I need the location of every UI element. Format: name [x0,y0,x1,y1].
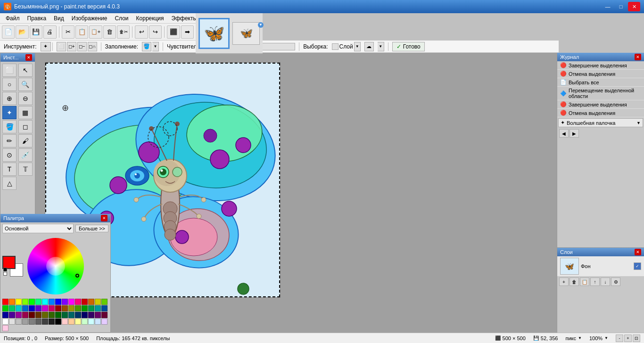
journal-item-4[interactable]: 🔴 Завершение выделения [557,100,644,109]
layer-add-btn[interactable]: + [559,278,569,286]
ready-button[interactable]: ✓ Готово [392,42,425,51]
color-cell[interactable] [35,318,41,325]
zoom-out-status-btn[interactable]: - [616,335,623,342]
color-cell[interactable] [16,299,22,305]
color-cell[interactable] [55,299,61,305]
layer-item-0[interactable]: 🦋 Фон ✓ [557,256,644,277]
paste-button[interactable]: 📋+ [89,25,102,39]
tool-text[interactable]: T [2,163,17,176]
color-cell[interactable] [9,299,15,305]
color-cell[interactable] [29,305,35,311]
color-cell[interactable] [35,305,41,311]
color-cell[interactable] [2,318,8,325]
new-button[interactable]: 📄 [2,25,15,39]
tool-zoom-in[interactable]: ⊕ [2,92,17,105]
tool-zoom-pan[interactable]: 🔍 [18,78,33,91]
extra-icon[interactable]: ☁ [364,42,374,51]
fill-icon[interactable]: 🪣 [142,42,151,51]
tool-text2[interactable]: 𝕋 [18,163,33,176]
menu-view[interactable]: Вид [50,13,68,24]
journal-item-3[interactable]: 🔷 Перемещение выделенной области [557,87,644,100]
color-front[interactable] [2,256,16,269]
color-wheel[interactable] [27,238,84,294]
minimize-button[interactable]: — [602,2,614,11]
journal-item-2[interactable]: 📄 Выбрать все [557,78,644,87]
copy-button[interactable]: 📋 [75,25,88,39]
color-cell[interactable] [82,299,88,305]
delete2-button[interactable]: 🗑✂ [117,25,130,39]
color-cell[interactable] [49,299,55,305]
journal-dropdown[interactable]: ✦ Волшебная палочка ▼ [558,118,643,127]
color-cell[interactable] [55,305,61,311]
tool-magic-wand[interactable]: ✦ [2,106,17,119]
color-cell[interactable] [16,318,22,325]
journal-item-0[interactable]: 🔴 Завершение выделения [557,61,644,70]
tool-zoom-out[interactable]: ⊖ [18,92,33,105]
tool-eyedropper[interactable]: 💉 [18,148,33,162]
color-cell[interactable] [22,318,28,325]
color-cell[interactable] [29,318,35,325]
redo-button[interactable]: ▶ [570,129,579,138]
color-cell[interactable] [88,318,94,325]
color-cell[interactable] [29,299,35,305]
menu-edit[interactable]: Правка [24,13,50,24]
color-cell[interactable] [42,305,48,311]
color-cell[interactable] [9,305,15,311]
color-cell[interactable] [101,312,107,318]
layers-close[interactable]: ✕ [635,249,641,255]
layer-down-btn[interactable]: ↓ [601,278,610,286]
color-cell[interactable] [82,312,88,318]
open-button[interactable]: 📂 [16,25,28,39]
tool-selection-rect[interactable]: ▦ [18,106,33,119]
color-cell[interactable] [82,318,88,325]
palette-close[interactable]: ✕ [101,215,107,221]
color-cell[interactable] [68,299,74,305]
zoom-dropdown[interactable]: ▼ [604,336,608,340]
unit-dropdown[interactable]: ▼ [578,336,582,340]
color-cell[interactable] [95,299,101,305]
color-cell[interactable] [2,312,8,318]
color-cell[interactable] [75,305,81,311]
color-cell[interactable] [29,312,35,318]
tool-eraser[interactable]: ◻ [18,120,33,133]
color-cell[interactable] [35,299,41,305]
delete-button[interactable]: 🗑 [103,25,116,39]
fit-status-btn[interactable]: ⊡ [633,335,640,342]
color-cell[interactable] [42,312,48,318]
color-cell[interactable] [9,312,15,318]
status-nav-buttons[interactable]: - + ⊡ [616,335,640,342]
color-cell[interactable] [16,312,22,318]
print-button[interactable]: 🖨 [43,25,56,39]
menu-layers[interactable]: Слои [111,13,132,24]
color-cell[interactable] [75,299,81,305]
palette-more-button[interactable]: Больше >> [75,225,108,232]
instruments-close[interactable]: ✕ [25,54,32,61]
layer-delete-btn[interactable]: 🗑 [570,278,579,286]
color-cell[interactable] [16,305,22,311]
journal-item-5[interactable]: 🔴 Отмена выделения [557,109,644,117]
color-cell[interactable] [88,299,94,305]
sel-mode-3[interactable]: ◻− [77,42,87,51]
zoom-in-status-btn[interactable]: + [624,335,632,342]
canvas-area[interactable]: ⊕ [35,53,557,333]
color-cell[interactable] [49,305,55,311]
color-cell[interactable] [22,305,28,311]
color-cell[interactable] [55,312,61,318]
undo-button[interactable]: ↩ [135,25,148,39]
fill-dropdown[interactable]: ▼ [152,42,159,51]
color-cell[interactable] [62,305,68,311]
palette-mode-select[interactable]: Основной [2,224,74,233]
cut-button[interactable]: ✂ [62,25,74,39]
maximize-button[interactable]: □ [615,2,627,11]
redo-button[interactable]: ↪ [149,25,162,39]
color-cell[interactable] [49,312,55,318]
sel-mode-2[interactable]: ◻+ [67,42,76,51]
color-cell[interactable] [49,318,55,325]
menu-correction[interactable]: Коррекция [132,13,168,24]
color-cell[interactable] [82,305,88,311]
menu-image[interactable]: Изображение [68,13,111,24]
layer-dropdown[interactable]: ▼ [354,42,361,51]
sel-mode-1[interactable]: ⬜ [57,42,66,51]
sel-mode-4[interactable]: ◻∩ [88,42,97,51]
color-cell[interactable] [2,305,8,311]
